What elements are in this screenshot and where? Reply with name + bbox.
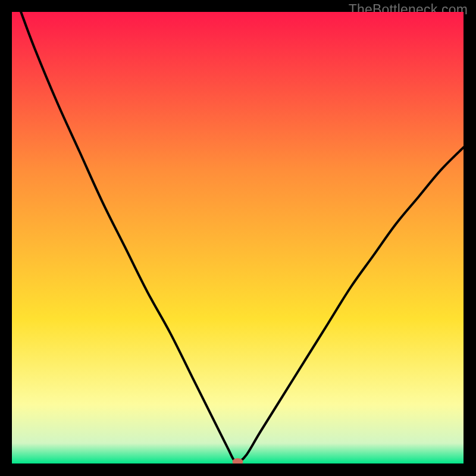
chart-svg	[12, 12, 464, 464]
chart-frame: TheBottleneck.com	[0, 0, 476, 476]
plot-area	[12, 12, 464, 464]
gradient-background	[12, 12, 464, 464]
